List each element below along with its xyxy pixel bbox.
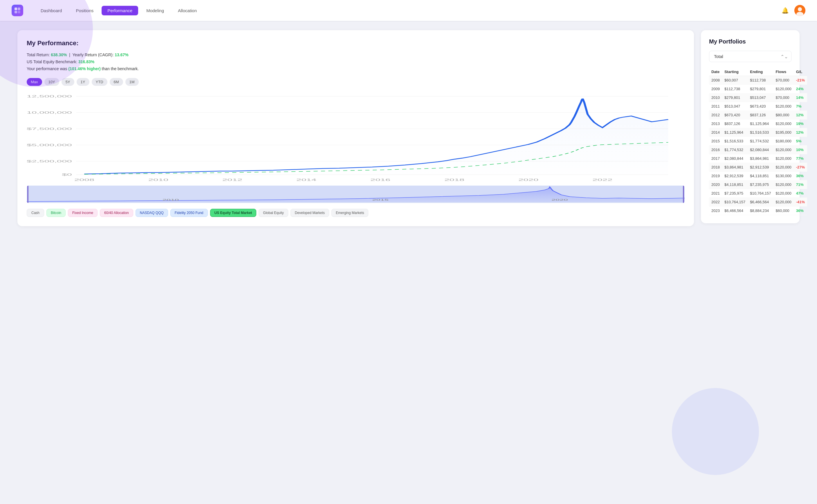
svg-text:2020: 2020 [551, 198, 568, 201]
comparison-value: (101.46% higher) [68, 66, 100, 71]
cell-date: 2015 [709, 137, 722, 146]
legend-global-equity[interactable]: Global Equity [259, 209, 288, 217]
col-date: Date [709, 68, 722, 76]
page-content: My Performance: Total Return: 638.30% | … [0, 21, 817, 235]
cell-starting: $1,774,532 [722, 146, 748, 154]
performance-table: Date Starting Ending Flows G/L 2008 $60,… [709, 68, 807, 215]
benchmark-label: US Total Equity Benchmark: [27, 59, 77, 64]
nav-positions[interactable]: Positions [70, 6, 99, 15]
nav-dashboard[interactable]: Dashboard [35, 6, 68, 15]
legend-bitcoin[interactable]: Bitcoin [46, 209, 66, 217]
cell-date: 2017 [709, 154, 722, 163]
legend-fixed-income[interactable]: Fixed Income [68, 209, 97, 217]
total-return-line: Total Return: 638.30% | Yearly Return (C… [27, 52, 685, 59]
legend-nasdaq[interactable]: NASDAQ QQQ [135, 209, 168, 217]
time-btn-max[interactable]: Max [27, 78, 42, 86]
table-header-row: Date Starting Ending Flows G/L [709, 68, 807, 76]
svg-rect-0 [14, 8, 17, 10]
legend-emerging-markets[interactable]: Emerging Markets [332, 209, 368, 217]
col-starting: Starting [722, 68, 748, 76]
col-flows: Flows [774, 68, 794, 76]
portfolio-select-wrapper: Total ⌃⌄ [709, 51, 791, 62]
cell-ending: $1,125,964 [748, 119, 773, 128]
cell-flows: $120,000 [774, 119, 794, 128]
nav-performance[interactable]: Performance [101, 6, 138, 15]
table-row: 2016 $1,774,532 $2,080,844 $120,000 10% [709, 146, 807, 154]
performance-chart: $12,500,000 $10,000,000 $7,500,000 $5,00… [27, 90, 685, 183]
cell-date: 2011 [709, 102, 722, 111]
time-btn-1y[interactable]: 1Y [77, 78, 89, 86]
table-row: 2009 $112,738 $279,801 $120,000 24% [709, 85, 807, 93]
portfolio-select[interactable]: Total [709, 51, 791, 62]
cell-date: 2018 [709, 163, 722, 172]
cell-flows: $130,000 [774, 172, 794, 180]
cell-flows: $120,000 [774, 163, 794, 172]
cell-gl: 7% [794, 102, 807, 111]
cell-starting: $2,080,844 [722, 154, 748, 163]
user-avatar[interactable] [794, 5, 805, 16]
time-btn-10y[interactable]: 10Y [44, 78, 59, 86]
cell-gl: 14% [794, 93, 807, 102]
cell-starting: $1,516,533 [722, 137, 748, 146]
time-btn-ytd[interactable]: YTD [92, 78, 107, 86]
nav-allocation[interactable]: Allocation [172, 6, 202, 15]
time-btn-5y[interactable]: 5Y [61, 78, 74, 86]
cell-flows: $195,000 [774, 128, 794, 137]
cell-gl: 10% [794, 146, 807, 154]
cell-gl: 36% [794, 206, 807, 215]
cell-flows: $70,000 [774, 93, 794, 102]
cell-starting: $837,126 [722, 119, 748, 128]
table-row: 2008 $60,007 $112,738 $70,000 -21% [709, 76, 807, 85]
legend-us-equity[interactable]: US Equity Total Market [210, 209, 257, 217]
cell-gl: -27% [794, 163, 807, 172]
time-btn-1m[interactable]: 1M [125, 78, 139, 86]
cell-starting: $3,864,981 [722, 163, 748, 172]
table-row: 2017 $2,080,844 $3,864,981 $120,000 77% [709, 154, 807, 163]
cell-ending: $10,764,157 [748, 189, 773, 198]
table-row: 2019 $2,912,539 $4,118,851 $130,000 36% [709, 172, 807, 180]
notification-bell-icon[interactable]: 🔔 [780, 6, 790, 15]
comparison-text: Your performance was [27, 66, 67, 71]
nav-modeling[interactable]: Modeling [140, 6, 170, 15]
total-return-label: Total Return: [27, 52, 50, 57]
svg-point-5 [798, 7, 802, 11]
cell-ending: $6,466,564 [748, 198, 773, 206]
total-return-value: 638.30% [51, 52, 67, 57]
range-handle-left[interactable] [27, 186, 28, 203]
svg-text:2015: 2015 [372, 198, 389, 201]
cell-flows: $60,000 [774, 206, 794, 215]
cell-ending: $4,118,851 [748, 172, 773, 180]
legend-cash[interactable]: Cash [27, 209, 44, 217]
legend-fidelity[interactable]: Fidelity 2050 Fund [170, 209, 208, 217]
svg-text:2018: 2018 [444, 178, 464, 182]
cell-ending: $673,420 [748, 102, 773, 111]
range-handle-right[interactable] [683, 186, 684, 203]
comparison-suffix: than the benchmark. [102, 66, 139, 71]
svg-text:2014: 2014 [296, 178, 316, 182]
cell-ending: $8,884,234 [748, 206, 773, 215]
svg-text:2016: 2016 [370, 178, 390, 182]
cell-flows: $70,000 [774, 76, 794, 85]
table-row: 2023 $6,466,564 $8,884,234 $60,000 36% [709, 206, 807, 215]
cell-gl: 71% [794, 180, 807, 189]
cell-date: 2009 [709, 85, 722, 93]
cell-date: 2016 [709, 146, 722, 154]
cell-gl: -41% [794, 198, 807, 206]
time-btn-6m[interactable]: 6M [110, 78, 123, 86]
table-row: 2013 $837,126 $1,125,964 $120,000 19% [709, 119, 807, 128]
cell-ending: $112,738 [748, 76, 773, 85]
cell-starting: $4,118,851 [722, 180, 748, 189]
cell-gl: 77% [794, 154, 807, 163]
legend-chips: Cash Bitcoin Fixed Income 60/40 Allocati… [27, 209, 685, 217]
cell-gl: 5% [794, 137, 807, 146]
legend-60-40[interactable]: 60/40 Allocation [100, 209, 133, 217]
nav-right: 🔔 [780, 5, 805, 16]
yearly-return-value: 13.67% [115, 52, 128, 57]
cell-starting: $673,420 [722, 111, 748, 119]
cell-ending: $837,126 [748, 111, 773, 119]
chart-range-selector[interactable]: 2010 2015 2020 [27, 186, 685, 203]
cell-date: 2022 [709, 198, 722, 206]
cell-flows: $120,000 [774, 189, 794, 198]
legend-developed-markets[interactable]: Developed Markets [291, 209, 329, 217]
svg-text:2008: 2008 [74, 178, 94, 182]
